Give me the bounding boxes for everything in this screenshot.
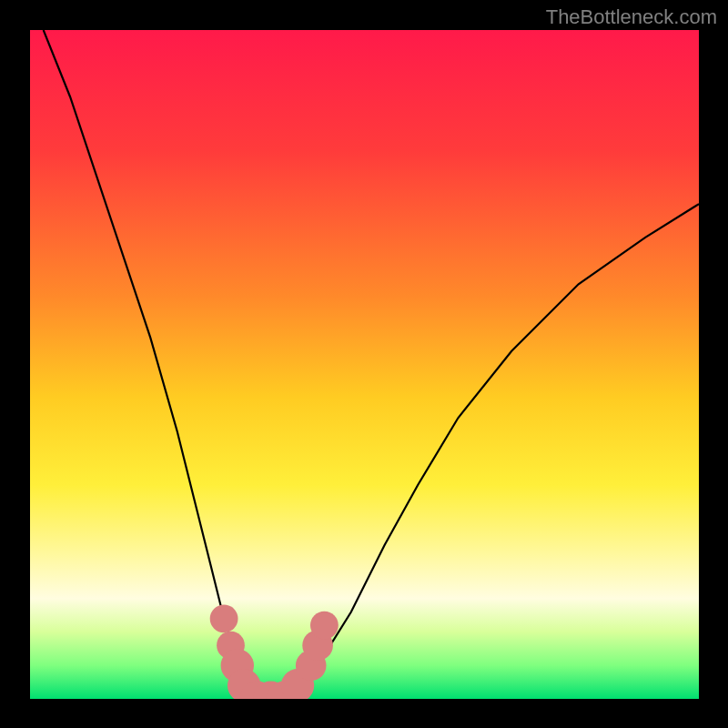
bottleneck-chart bbox=[30, 30, 699, 699]
marker-dot bbox=[310, 612, 339, 640]
watermark-text: TheBottleneck.com bbox=[546, 5, 717, 29]
marker-dot bbox=[210, 604, 238, 632]
gradient-background bbox=[30, 30, 699, 699]
plot-area bbox=[30, 30, 699, 699]
